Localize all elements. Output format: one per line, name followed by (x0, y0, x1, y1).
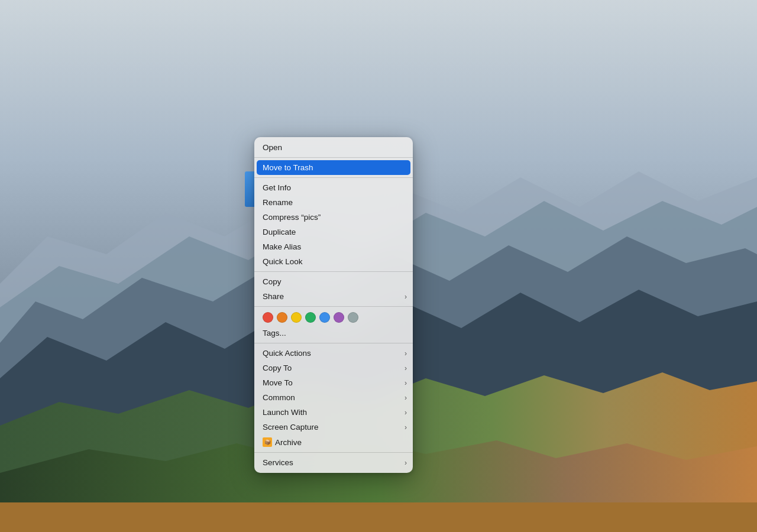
tag-purple[interactable] (334, 312, 344, 323)
menu-item-compress-label: Compress “pics” (263, 213, 321, 222)
archive-icon: 📦 (263, 437, 272, 447)
tag-gray[interactable] (348, 312, 358, 323)
share-chevron-icon: › (405, 293, 407, 301)
svg-rect-1 (0, 502, 757, 532)
tag-yellow[interactable] (291, 312, 302, 323)
menu-item-compress[interactable]: Compress “pics” (254, 210, 413, 225)
separator-4 (254, 306, 413, 307)
menu-item-launch-with[interactable]: Launch With › (254, 405, 413, 420)
menu-item-move-to-trash[interactable]: Move to Trash (257, 160, 410, 175)
menu-item-quick-look[interactable]: Quick Look (254, 254, 413, 269)
menu-item-copy[interactable]: Copy (254, 274, 413, 289)
context-menu: Open Move to Trash Get Info Rename Compr… (254, 137, 413, 473)
menu-item-rename-label: Rename (263, 198, 293, 207)
menu-item-make-alias[interactable]: Make Alias (254, 239, 413, 254)
menu-item-rename[interactable]: Rename (254, 195, 413, 210)
services-chevron-icon: › (405, 459, 407, 467)
menu-item-get-info[interactable]: Get Info (254, 180, 413, 195)
menu-item-make-alias-label: Make Alias (263, 242, 301, 251)
move-to-chevron-icon: › (405, 379, 407, 387)
separator-3 (254, 271, 413, 272)
tag-green[interactable] (305, 312, 316, 323)
tag-red[interactable] (263, 312, 273, 323)
menu-item-services[interactable]: Services › (254, 455, 413, 470)
menu-item-share-label: Share (263, 292, 284, 301)
screen-capture-chevron-icon: › (405, 423, 407, 432)
menu-item-copy-to[interactable]: Copy To › (254, 361, 413, 375)
separator-5 (254, 343, 413, 343)
menu-item-quick-actions[interactable]: Quick Actions › (254, 346, 413, 361)
menu-item-get-info-label: Get Info (263, 183, 291, 192)
menu-item-quick-actions-label: Quick Actions (263, 349, 311, 358)
menu-item-copy-label: Copy (263, 277, 282, 286)
menu-item-move-to-trash-label: Move to Trash (263, 163, 313, 172)
menu-item-open-label: Open (263, 143, 282, 152)
separator-2 (254, 177, 413, 178)
menu-item-move-to[interactable]: Move To › (254, 375, 413, 390)
common-chevron-icon: › (405, 394, 407, 402)
menu-item-quick-look-label: Quick Look (263, 257, 303, 266)
copy-to-chevron-icon: › (405, 364, 407, 372)
menu-item-screen-capture-label: Screen Capture (263, 423, 319, 432)
separator-1 (254, 157, 413, 158)
menu-item-tags-label: Tags... (263, 329, 286, 338)
menu-item-tags[interactable]: Tags... (254, 326, 413, 340)
menu-item-launch-with-label: Launch With (263, 408, 307, 417)
quick-actions-chevron-icon: › (405, 349, 407, 358)
menu-item-common-label: Common (263, 393, 295, 402)
tag-blue[interactable] (319, 312, 330, 323)
launch-with-chevron-icon: › (405, 408, 407, 417)
menu-item-common[interactable]: Common › (254, 390, 413, 405)
menu-item-duplicate-label: Duplicate (263, 228, 296, 236)
menu-item-move-to-label: Move To (263, 378, 293, 387)
menu-item-screen-capture[interactable]: Screen Capture › (254, 420, 413, 434)
menu-item-copy-to-label: Copy To (263, 364, 292, 372)
tags-colors-row (254, 309, 413, 326)
menu-item-duplicate[interactable]: Duplicate (254, 225, 413, 239)
separator-6 (254, 452, 413, 453)
menu-item-services-label: Services (263, 458, 293, 467)
menu-item-archive[interactable]: 📦 Archive (254, 434, 413, 450)
menu-item-share[interactable]: Share › (254, 289, 413, 304)
tag-orange[interactable] (277, 312, 287, 323)
menu-item-open[interactable]: Open (254, 140, 413, 155)
menu-item-archive-label: Archive (275, 438, 302, 447)
